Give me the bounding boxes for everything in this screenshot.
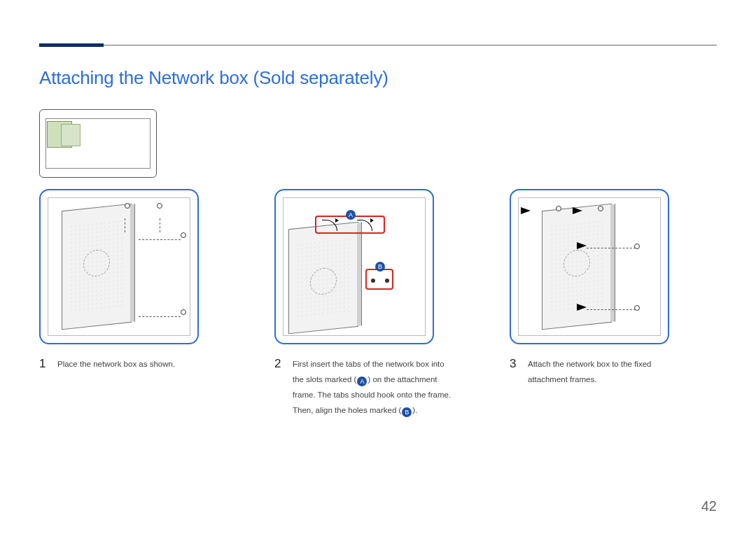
page-title: Attaching the Network box (Sold separate… [39, 67, 388, 89]
label-b-icon: B [375, 262, 385, 272]
step-3-number: 3 [510, 357, 518, 388]
arrow-arc-icon [357, 220, 372, 231]
header-rule [39, 45, 717, 45]
overview-highlight-2 [61, 124, 80, 146]
callout-b [365, 269, 393, 290]
screw-icon [634, 305, 640, 311]
screw-icon [157, 203, 162, 209]
screw-icon [634, 244, 640, 249]
screw-icon [181, 232, 186, 238]
arrow-right-icon [577, 242, 587, 249]
step-1: 1 Place the network box as shown. [39, 189, 246, 418]
step-2: A B 2 First insert the tabs of the netwo… [274, 189, 482, 418]
arrow-arc-icon [322, 220, 337, 231]
step-2-number: 2 [274, 357, 283, 418]
arrow-right-icon [577, 304, 587, 311]
arrow-right-icon [573, 207, 582, 214]
screw-icon [125, 203, 130, 209]
step-3-diagram [510, 189, 669, 344]
arrow-right-icon [521, 207, 531, 214]
header-accent [39, 43, 104, 47]
step-1-description: Place the network box as shown. [57, 357, 175, 372]
step-3: 3 Attach the network box to the fixed at… [510, 189, 717, 418]
label-a-icon: A [346, 210, 356, 220]
overview-diagram [39, 109, 157, 178]
label-b-inline-icon: B [402, 407, 412, 417]
label-a-inline-icon: A [357, 377, 367, 386]
steps-row: 1 Place the network box as shown. A B 2 … [39, 189, 717, 418]
screw-icon [556, 206, 561, 211]
step-1-diagram [39, 189, 199, 344]
page-number: 42 [701, 498, 717, 514]
step-2-diagram: A B [274, 189, 434, 344]
step-1-number: 1 [39, 357, 48, 372]
screw-icon [598, 206, 603, 211]
step-3-description: Attach the network box to the fixed atta… [528, 357, 692, 388]
step-2-description: First insert the tabs of the network box… [293, 357, 456, 418]
screw-icon [181, 309, 186, 315]
